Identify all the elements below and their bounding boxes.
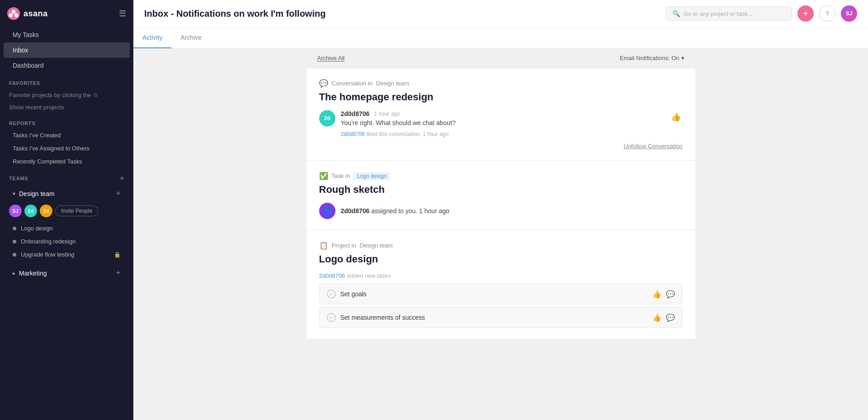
task-comment-button[interactable]: 💬 <box>666 290 675 299</box>
team-design[interactable]: ▾ Design team + <box>4 185 130 202</box>
team-design-label: Design team <box>19 190 55 197</box>
added-tasks-note: 2d0d8706 added new tasks <box>319 272 683 279</box>
favorites-hint: Favorite projects by clicking the ☆ <box>0 89 133 101</box>
tab-archive[interactable]: Archive <box>171 28 211 48</box>
sidebar-toggle-btn[interactable]: ☰ <box>119 9 126 19</box>
add-project-to-marketing-button[interactable]: + <box>116 268 121 278</box>
search-icon: 🔍 <box>672 10 680 17</box>
notif-meta-conversation: 💬 Conversation in Design team <box>319 79 683 88</box>
content-area: Archive All Email Notifications: On ▾ 💬 … <box>133 48 868 420</box>
sidebar-item-my-tasks[interactable]: My Tasks <box>4 27 130 42</box>
task-comment-button-2[interactable]: 💬 <box>666 313 675 322</box>
liked-by-1: 2d0d8706 <box>341 131 365 137</box>
add-project-to-team-button[interactable]: + <box>116 189 121 198</box>
project-dot-logo-design <box>13 227 16 230</box>
sidebar-item-inbox[interactable]: Inbox <box>4 42 130 58</box>
avatar-2d-1-initials: 2d <box>28 208 34 214</box>
notif-title-1: The homepage redesign <box>319 91 683 103</box>
comment-body-1: 2d0d8706 1 hour ago You're right. What s… <box>341 110 664 126</box>
task-set-goals-actions: 👍 💬 <box>652 290 675 299</box>
notification-project: 📋 Project in Design team Logo design 2d0… <box>307 230 695 339</box>
assign-avatar-icon: 👤 <box>323 207 332 215</box>
comment-time-1: 1 hour ago <box>374 111 400 117</box>
notification-task: ✅ Task in Logo design Rough sketch 👤 2d0… <box>307 160 695 230</box>
main-content: Inbox - Notifications on work I'm follow… <box>133 0 868 420</box>
asana-logo-icon <box>7 7 20 20</box>
sidebar-item-tasks-assigned[interactable]: Tasks I've Assigned to Others <box>4 142 130 155</box>
liked-text-1: liked this conversation. <box>366 131 421 137</box>
project-logo-design[interactable]: Logo design <box>4 222 130 235</box>
like-button-1[interactable]: 👍 <box>669 110 683 124</box>
email-notif-label: Email Notifications: On <box>620 55 679 61</box>
topbar-right: 🔍 Go to any project or task... + ? SJ <box>665 5 857 22</box>
sidebar-item-recently-completed[interactable]: Recently Completed Tasks <box>4 155 130 168</box>
team-design-members: SJ 2d 2d Invite People <box>0 202 133 222</box>
team-marketing[interactable]: ▸ Marketing + <box>4 265 130 281</box>
search-bar[interactable]: 🔍 Go to any project or task... <box>665 6 792 21</box>
assign-avatar: 👤 <box>319 203 335 219</box>
team-marketing-label: Marketing <box>19 270 47 277</box>
unfollow-conversation-button[interactable]: Unfollow Conversation <box>623 143 682 149</box>
archive-all-button[interactable]: Archive All <box>317 55 345 61</box>
topbar: Inbox - Notifications on work I'm follow… <box>133 0 868 28</box>
task-set-goals: ✓ Set goals 👍 💬 <box>319 284 683 304</box>
lock-icon: 🔒 <box>114 252 121 258</box>
added-text: added new tasks <box>347 272 391 279</box>
add-team-button[interactable]: + <box>119 174 124 182</box>
sidebar-header: asana ☰ <box>0 0 133 27</box>
show-recent-projects[interactable]: Show recent projects <box>0 101 133 113</box>
comment-header-1: 2d0d8706 1 hour ago <box>341 110 664 117</box>
logo-area[interactable]: asana <box>7 7 48 20</box>
teams-header: Teams + <box>0 168 133 185</box>
team-design-left: ▾ Design team <box>13 190 55 197</box>
create-button[interactable]: + <box>797 5 814 22</box>
avatar-sj[interactable]: SJ <box>9 205 22 217</box>
project-upgrade-flow[interactable]: Upgrade flow testing 🔒 <box>4 248 130 261</box>
avatar-2d-1[interactable]: 2d <box>24 205 37 217</box>
task-set-goals-label: Set goals <box>340 290 367 298</box>
content-toolbar: Archive All Email Notifications: On ▾ <box>307 48 695 68</box>
help-button[interactable]: ? <box>819 5 835 22</box>
task-set-measurements-actions: 👍 💬 <box>652 313 675 322</box>
notif-meta-task: ✅ Task in Logo design <box>319 172 683 180</box>
notif-title-2: Rough sketch <box>319 184 683 196</box>
project-dot-onboarding <box>13 240 16 243</box>
task-check-set-goals[interactable]: ✓ <box>327 289 336 299</box>
star-icon: ☆ <box>93 91 99 98</box>
sidebar-item-my-tasks-label: My Tasks <box>13 31 39 38</box>
project-upgrade-label: Upgrade flow testing <box>21 251 75 258</box>
assign-text: 2d0d8706 assigned to you. 1 hour ago <box>341 207 450 215</box>
svg-point-3 <box>14 14 19 18</box>
email-notifications-button[interactable]: Email Notifications: On ▾ <box>620 55 684 61</box>
invite-people-button[interactable]: Invite People <box>55 205 98 216</box>
tab-activity[interactable]: Activity <box>133 28 171 48</box>
favorites-section-label: Favorites <box>0 73 133 89</box>
task-like-button-2[interactable]: 👍 <box>652 313 661 322</box>
avatar-2d-2-initials: 2d <box>43 208 49 214</box>
sidebar-item-dashboard[interactable]: Dashboard <box>4 58 130 73</box>
reports-section-label: Reports <box>0 113 133 129</box>
task-check-icon: ✅ <box>319 172 328 180</box>
task-check-set-measurements[interactable]: ✓ <box>327 313 336 322</box>
sidebar-item-tasks-created[interactable]: Tasks I've Created <box>4 129 130 142</box>
comment-avatar-initials-1: 2d <box>324 115 330 121</box>
chevron-down-icon: ▾ <box>13 191 15 197</box>
sidebar-item-inbox-label: Inbox <box>13 47 28 54</box>
notif-meta-project: 📋 Project in Design team <box>319 241 683 250</box>
task-like-button[interactable]: 👍 <box>652 290 661 299</box>
user-avatar[interactable]: SJ <box>841 5 857 22</box>
notif-title-3: Logo design <box>319 253 683 265</box>
sidebar-item-dashboard-label: Dashboard <box>13 62 44 69</box>
logo-text: asana <box>24 9 48 19</box>
sidebar: asana ☰ My Tasks Inbox Dashboard Favorit… <box>0 0 133 420</box>
notif-meta-text-3: Project in <box>332 242 356 249</box>
conversation-icon: 💬 <box>319 79 328 88</box>
notification-conversation: 💬 Conversation in Design team The homepa… <box>307 68 695 160</box>
search-placeholder: Go to any project or task... <box>684 10 752 17</box>
page-title: Inbox - Notifications on work I'm follow… <box>144 9 326 19</box>
avatar-2d-2[interactable]: 2d <box>40 205 52 217</box>
tabs-bar: Activity Archive <box>133 28 868 48</box>
project-onboarding-label: Onboarding redesign <box>21 238 75 245</box>
assign-author: 2d0d8706 <box>341 207 370 215</box>
project-onboarding-redesign[interactable]: Onboarding redesign <box>4 235 130 248</box>
